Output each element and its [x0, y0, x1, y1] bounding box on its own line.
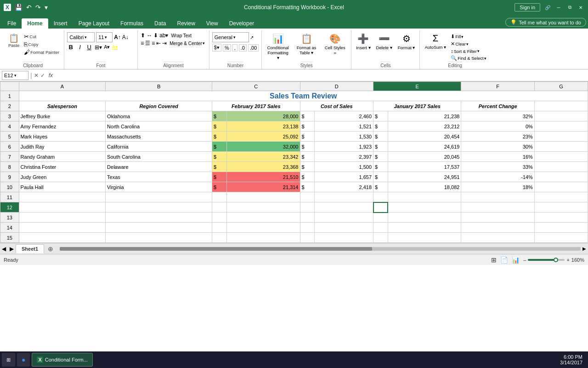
cell-B7[interactable]: South Carolina [106, 152, 212, 162]
cell-E6-value[interactable]: 24,619 [388, 142, 461, 152]
decrease-font-button[interactable]: A↓ [122, 34, 129, 40]
row-header-8[interactable]: 8 [0, 162, 19, 172]
header-region[interactable]: Region Covered [106, 101, 212, 111]
cell-F15[interactable] [461, 233, 535, 243]
cell-G11[interactable] [534, 192, 588, 202]
cut-button[interactable]: ✂ Cut [23, 33, 60, 40]
cell-F6-value[interactable]: 30% [461, 142, 535, 152]
cell-E12b[interactable] [388, 202, 461, 213]
align-middle-button[interactable]: ↔ [147, 32, 152, 39]
cell-C5-value[interactable]: 25,092 [226, 132, 300, 142]
cell-A10[interactable]: Paula Hall [19, 182, 106, 192]
cell-C14b[interactable] [226, 223, 300, 233]
sort-filter-button[interactable]: ↕ Sort & Filter ▾ [450, 48, 487, 54]
tell-me-search[interactable]: 💡 Tell me what you want to do [505, 18, 586, 27]
cell-D8-value[interactable]: 1,500 [315, 162, 373, 172]
add-sheet-button[interactable]: ⊕ [45, 245, 56, 253]
cell-B15[interactable] [106, 233, 212, 243]
cell-G9[interactable] [534, 172, 588, 182]
format-painter-button[interactable]: 🖌 Format Painter [23, 49, 60, 56]
cell-C9-value[interactable]: 21,510 [226, 172, 300, 182]
col-B-header[interactable]: B [106, 82, 212, 91]
row-header-7[interactable]: 7 [0, 152, 19, 162]
cell-D9-value[interactable]: 1,657 [315, 172, 373, 182]
autosum-button[interactable]: Σ AutoSum ▾ [423, 32, 448, 51]
cell-C8-dollar[interactable]: $ [212, 162, 227, 172]
cell-F8-value[interactable]: 33% [461, 162, 535, 172]
cell-F11[interactable] [461, 192, 535, 202]
cell-C4-value[interactable]: 23,138 [226, 121, 300, 132]
scroll-right-button[interactable]: ▶ [582, 246, 586, 251]
cell-A14[interactable] [19, 223, 106, 233]
copy-button[interactable]: ⎘ Copy [23, 41, 60, 48]
cell-D11a[interactable] [300, 192, 315, 202]
cell-F13[interactable] [461, 213, 535, 223]
cell-D4-value[interactable]: 1,521 [315, 121, 373, 132]
cell-G7[interactable] [534, 152, 588, 162]
cell-B13[interactable] [106, 213, 212, 223]
comma-button[interactable]: , [232, 44, 237, 52]
customize-qa-icon[interactable]: ▾ [44, 3, 49, 12]
chrome-taskbar-button[interactable]: ● [17, 353, 30, 367]
cell-E9-value[interactable]: 24,951 [388, 172, 461, 182]
cell-E6-dollar[interactable]: $ [373, 142, 388, 152]
cell-C7-dollar[interactable]: $ [212, 152, 227, 162]
cell-E5-dollar[interactable]: $ [373, 132, 388, 142]
align-right-button[interactable]: ≡ [152, 40, 155, 46]
cell-A9[interactable]: Judy Green [19, 172, 106, 182]
cell-C8-value[interactable]: 23,368 [226, 162, 300, 172]
col-A-header[interactable]: A [19, 82, 106, 91]
align-bottom-button[interactable]: ⬇ [153, 32, 158, 39]
cell-G14[interactable] [534, 223, 588, 233]
cell-C10-dollar[interactable]: $ [212, 182, 227, 192]
cell-D5-value[interactable]: 1,530 [315, 132, 373, 142]
cell-A8[interactable]: Christina Foster [19, 162, 106, 172]
header-feb-sales[interactable]: February 2017 Sales [212, 101, 300, 111]
cell-B6[interactable]: California [106, 142, 212, 152]
sheet-tab-1[interactable]: Sheet1 [16, 244, 44, 253]
font-name-selector[interactable]: Calibri ▾ [67, 32, 95, 42]
cell-B11[interactable] [106, 192, 212, 202]
find-select-button[interactable]: 🔍 Find & Select ▾ [450, 55, 487, 62]
cell-G6[interactable] [534, 142, 588, 152]
cell-E11b[interactable] [388, 192, 461, 202]
row-header-14[interactable]: 14 [0, 223, 19, 233]
cell-G13[interactable] [534, 213, 588, 223]
cell-E4-value[interactable]: 23,212 [388, 121, 461, 132]
cell-C9-dollar[interactable]: $ [212, 172, 227, 182]
cell-B8[interactable]: Delaware [106, 162, 212, 172]
cell-F9-value[interactable]: -14% [461, 172, 535, 182]
decrease-decimal-button[interactable]: .0 [239, 44, 247, 52]
cell-D10-dollar[interactable]: $ [300, 182, 315, 192]
cell-B4[interactable]: North Carolina [106, 121, 212, 132]
cell-G4[interactable] [534, 121, 588, 132]
cell-E10-value[interactable]: 18,082 [388, 182, 461, 192]
row-header-3[interactable]: 3 [0, 111, 19, 121]
cell-B9[interactable]: Texas [106, 172, 212, 182]
cell-D14a[interactable] [300, 223, 315, 233]
cell-C3-value[interactable]: 28,000 [226, 111, 300, 121]
cell-D7-value[interactable]: 2,397 [315, 152, 373, 162]
cell-B5[interactable]: Massachusetts [106, 132, 212, 142]
cell-A4[interactable]: Amy Fernandez [19, 121, 106, 132]
cell-C14a[interactable] [212, 223, 227, 233]
minimize-button[interactable]: ─ [555, 4, 562, 11]
cell-E8-value[interactable]: 17,537 [388, 162, 461, 172]
page-layout-view-button[interactable]: 📄 [500, 256, 508, 264]
cell-D10-value[interactable]: 2,418 [315, 182, 373, 192]
title-cell[interactable]: Sales Team Review [19, 91, 588, 101]
cell-E3-dollar[interactable]: $ [373, 111, 388, 121]
excel-taskbar-button[interactable]: X Conditional Form... [32, 353, 92, 367]
increase-indent-button[interactable]: ⇥ [162, 40, 167, 46]
cell-F14[interactable] [461, 223, 535, 233]
tab-page-layout[interactable]: Page Layout [73, 18, 115, 29]
cell-E8-dollar[interactable]: $ [373, 162, 388, 172]
col-D-header[interactable]: D [300, 82, 373, 91]
restore-button[interactable]: ⧉ [566, 4, 573, 11]
cell-D13a[interactable] [300, 213, 315, 223]
cell-C5-dollar[interactable]: $ [212, 132, 227, 142]
cell-D12a[interactable] [300, 202, 315, 213]
cell-D11b[interactable] [315, 192, 373, 202]
tab-data[interactable]: Data [149, 18, 171, 29]
header-salesperson[interactable]: Salesperson [19, 101, 106, 111]
